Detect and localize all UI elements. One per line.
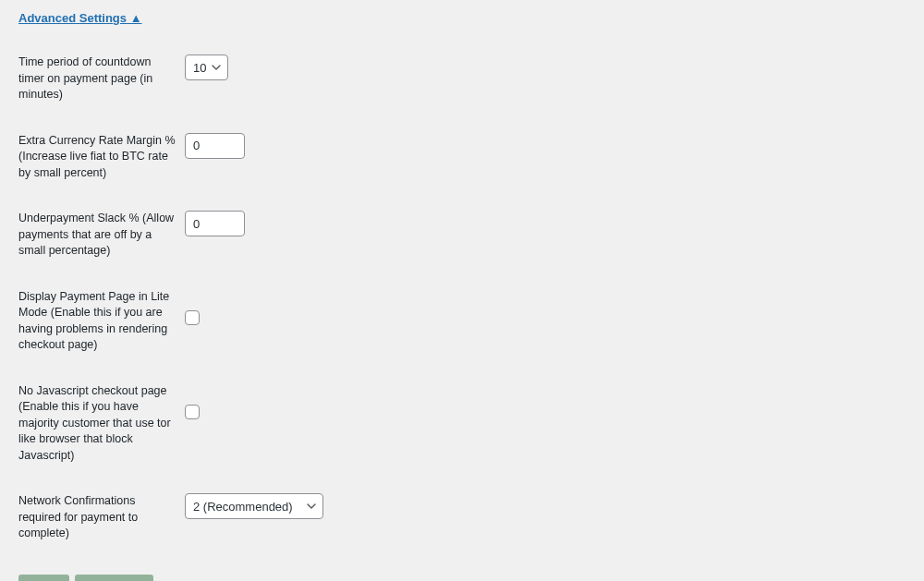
row-underpayment-slack: Underpayment Slack % (Allow payments tha… (18, 209, 906, 260)
underpayment-slack-input[interactable] (185, 211, 245, 236)
countdown-control: 10 (185, 53, 228, 80)
countdown-timer-label: Time period of countdown timer on paymen… (18, 53, 185, 103)
row-countdown-timer: Time period of countdown timer on paymen… (18, 53, 906, 103)
test-setup-button[interactable]: Test Setup (75, 575, 153, 582)
lite-mode-checkbox[interactable] (185, 310, 200, 325)
save-button[interactable]: Save (18, 575, 69, 582)
underpayment-slack-label: Underpayment Slack % (Allow payments tha… (18, 209, 185, 260)
row-lite-mode: Display Payment Page in Lite Mode (Enabl… (18, 287, 906, 354)
no-js-control (185, 381, 200, 419)
no-js-checkbox[interactable] (185, 405, 200, 419)
currency-margin-label: Extra Currency Rate Margin % (Increase l… (18, 131, 185, 182)
countdown-timer-select[interactable]: 10 (185, 54, 228, 80)
row-confirmations: Network Confirmations required for payme… (18, 491, 906, 542)
advanced-settings-toggle[interactable]: Advanced Settings ▲ (18, 11, 142, 25)
lite-mode-label: Display Payment Page in Lite Mode (Enabl… (18, 287, 185, 354)
slack-control (185, 209, 245, 236)
button-row: Save Test Setup (18, 575, 906, 582)
confirmations-select[interactable]: 2 (Recommended) (185, 493, 323, 519)
lite-mode-control (185, 287, 200, 325)
confirmations-label: Network Confirmations required for payme… (18, 491, 185, 542)
row-no-js: No Javascript checkout page (Enable this… (18, 381, 906, 465)
settings-form: Time period of countdown timer on paymen… (18, 53, 906, 542)
currency-margin-input[interactable] (185, 133, 245, 159)
margin-control (185, 131, 245, 159)
no-js-label: No Javascript checkout page (Enable this… (18, 381, 185, 465)
row-currency-margin: Extra Currency Rate Margin % (Increase l… (18, 131, 906, 182)
confirmations-control: 2 (Recommended) (185, 491, 323, 519)
